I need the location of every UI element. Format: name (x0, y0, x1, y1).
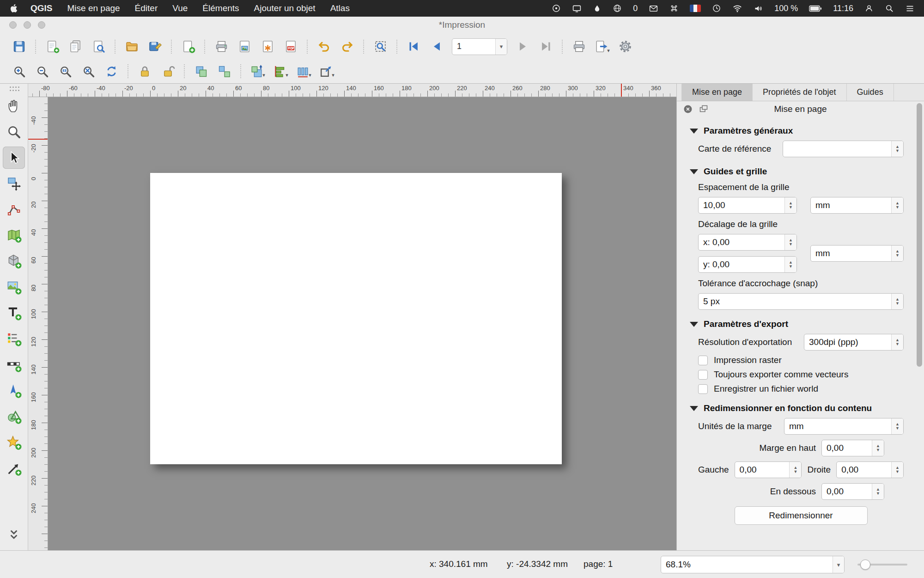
menu-ajouter-un-objet[interactable]: Ajouter un objet (254, 3, 316, 13)
select-move-item-button[interactable] (3, 147, 25, 169)
zoom-tool-button[interactable] (3, 121, 25, 143)
unlock-items-button[interactable] (157, 61, 178, 81)
atlas-next-button[interactable] (512, 37, 533, 57)
notification-center-icon[interactable] (905, 4, 915, 13)
grid-spacing-unit-combo[interactable]: mm ▲▼ (810, 197, 904, 214)
add-scalebar-button[interactable] (3, 354, 25, 376)
menu-atlas[interactable]: Atlas (330, 3, 350, 13)
stepper-arrows[interactable]: ▲▼ (872, 484, 884, 499)
export-atlas-button[interactable]: ▾ (591, 37, 613, 57)
atlas-page-combo[interactable]: 1 ▾ (452, 38, 507, 55)
pan-tool-button[interactable] (3, 95, 25, 117)
export-pdf-button[interactable] (280, 37, 301, 57)
open-template-button[interactable] (121, 37, 142, 57)
time-machine-icon[interactable] (712, 4, 721, 13)
globe-icon[interactable] (613, 4, 622, 13)
chevron-down-icon[interactable]: ▾ (833, 556, 844, 573)
grid-offset-unit-combo[interactable]: mm ▲▼ (810, 245, 904, 262)
layout-canvas[interactable] (48, 97, 676, 550)
reference-map-combo[interactable]: ▲▼ (783, 141, 904, 157)
section-parametres-generaux[interactable]: Paramètres généraux (690, 126, 904, 136)
margin-bottom-spinbox[interactable]: 0,00 ▲▼ (821, 483, 884, 500)
lock-items-button[interactable] (134, 61, 155, 81)
wifi-icon[interactable] (732, 3, 742, 13)
zoom-out-button[interactable] (31, 61, 53, 81)
section-redimensionner[interactable]: Redimensionner en fonction du contenu (690, 403, 904, 413)
zoom-level-combo[interactable]: 68.1% ▾ (661, 556, 845, 573)
chevron-down-icon[interactable]: ▾ (495, 39, 507, 55)
spotlight-search-icon[interactable] (885, 4, 894, 13)
stepper-arrows[interactable]: ▲▼ (784, 234, 796, 250)
atlas-settings-button[interactable] (614, 37, 636, 57)
vertical-ruler[interactable]: -40-20020406080100120140160180200220240 (28, 97, 48, 550)
battery-icon[interactable] (809, 5, 822, 12)
add-picture-button[interactable] (3, 276, 25, 298)
stepper-arrows[interactable]: ▲▼ (784, 197, 796, 213)
grid-spacing-spinbox[interactable]: 10,00 ▲▼ (698, 197, 797, 214)
command-icon[interactable] (669, 4, 679, 13)
tab-guides[interactable]: Guides (847, 84, 894, 101)
group-items-button[interactable] (190, 61, 212, 81)
close-panel-icon[interactable] (682, 104, 693, 115)
add-shape-button[interactable] (3, 406, 25, 428)
zoom-full-page-button[interactable] (78, 61, 99, 81)
print-atlas-button[interactable] (568, 37, 590, 57)
ungroup-items-button[interactable] (213, 61, 235, 81)
margin-top-spinbox[interactable]: 0,00 ▲▼ (821, 440, 884, 456)
add-marker-button[interactable] (3, 431, 25, 454)
section-parametres-export[interactable]: Paramètres d'export (690, 319, 904, 329)
print-layout-button[interactable] (211, 37, 232, 57)
zoom-actual-size-button[interactable] (55, 61, 76, 81)
adobe-cc-icon[interactable] (552, 4, 561, 13)
export-svg-button[interactable] (257, 37, 278, 57)
menu-vue[interactable]: Vue (172, 3, 188, 13)
checkbox[interactable] (698, 356, 708, 365)
zoom-full-extent-button[interactable] (370, 37, 391, 57)
margin-left-spinbox[interactable]: 0,00 ▲▼ (735, 461, 802, 478)
raise-items-button[interactable]: ▾ (247, 61, 268, 81)
undo-button[interactable] (313, 37, 334, 57)
grid-offset-x-spinbox[interactable]: x: 0,00 ▲▼ (698, 234, 797, 251)
add-pages-button[interactable] (177, 37, 199, 57)
zoom-slider[interactable] (857, 564, 907, 566)
toolbar-drag-handle[interactable] (10, 86, 18, 91)
layout-page[interactable] (150, 173, 562, 464)
atlas-first-button[interactable] (403, 37, 424, 57)
stepper-arrows[interactable]: ▲▼ (891, 141, 903, 157)
menu--l-ments[interactable]: Éléments (202, 3, 239, 13)
stepper-arrows[interactable]: ▲▼ (891, 197, 903, 213)
stepper-arrows[interactable]: ▲▼ (891, 334, 903, 350)
toolbar-overflow-button[interactable] (3, 523, 25, 546)
stepper-arrows[interactable]: ▲▼ (891, 418, 903, 434)
resize-items-button[interactable]: ▾ (316, 61, 337, 81)
add-north-arrow-button[interactable] (3, 380, 25, 402)
edit-nodes-item-button[interactable] (3, 198, 25, 221)
menubar-clock[interactable]: 11:16 (833, 4, 853, 13)
align-items-button[interactable]: ▾ (270, 61, 291, 81)
menu-mise-en-page[interactable]: Mise en page (67, 3, 120, 13)
export-image-button[interactable] (234, 37, 255, 57)
apple-menu-icon[interactable] (9, 3, 18, 13)
menu-qgis[interactable]: QGIS (30, 3, 53, 13)
layout-manager-button[interactable] (88, 37, 109, 57)
checkbox[interactable] (698, 384, 708, 394)
menu--diter[interactable]: Éditer (135, 3, 158, 13)
display-icon[interactable] (572, 4, 582, 13)
stepper-arrows[interactable]: ▲▼ (784, 257, 796, 272)
move-item-content-button[interactable] (3, 172, 25, 195)
stepper-arrows[interactable]: ▲▼ (891, 462, 903, 478)
save-as-template-button[interactable] (144, 37, 165, 57)
grid-offset-y-spinbox[interactable]: y: 0,00 ▲▼ (698, 256, 797, 273)
french-flag-icon[interactable] (690, 5, 701, 12)
atlas-previous-button[interactable] (426, 37, 447, 57)
duplicate-layout-button[interactable] (65, 37, 86, 57)
add-map-button[interactable] (3, 224, 25, 246)
tab-proprietes-objet[interactable]: Propriétés de l'objet (753, 84, 847, 101)
new-layout-button[interactable] (42, 37, 63, 57)
refresh-view-button[interactable] (101, 61, 122, 81)
panel-scrollbar[interactable] (917, 103, 922, 367)
add-label-button[interactable] (3, 302, 25, 324)
user-icon[interactable] (864, 4, 874, 13)
redo-button[interactable] (336, 37, 358, 57)
export-resolution-spinbox[interactable]: 300dpi (ppp) ▲▼ (804, 334, 904, 350)
